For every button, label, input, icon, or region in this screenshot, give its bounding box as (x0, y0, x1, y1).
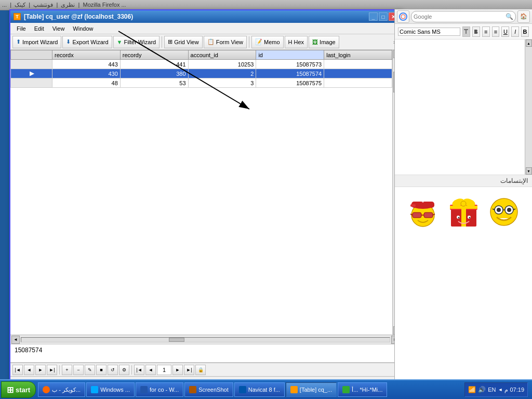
svg-point-22 (469, 217, 470, 218)
browser-search-container[interactable]: 🔍 (411, 11, 516, 22)
taskbar-item-windows[interactable]: Windows ... (86, 382, 135, 397)
nav-record-next-button[interactable]: ► (172, 365, 183, 375)
nav-prev-button[interactable]: ◄ (24, 365, 34, 375)
navicat-taskbar-icon (239, 386, 246, 393)
emoji-gift[interactable] (445, 191, 482, 228)
row-3-account-id[interactable]: 3 (188, 78, 256, 88)
font-size-button[interactable] (462, 26, 470, 37)
sidebar-text-content[interactable] (395, 39, 525, 175)
navicat-title-icon: T (14, 13, 21, 20)
svg-rect-4 (424, 212, 433, 218)
table-row[interactable]: 443 441 10253 15087573 (11, 60, 392, 69)
align-center-button[interactable]: ≡ (492, 26, 500, 37)
underline-sidebar-button[interactable]: U (501, 26, 509, 37)
svg-point-1 (400, 13, 407, 20)
menu-window[interactable]: Window (69, 24, 97, 33)
import-wizard-button[interactable]: ⬆ Import Wizard (12, 36, 61, 48)
menu-bar: File Edit View Window (10, 23, 401, 34)
taskbar-item-table[interactable]: [Table] cq_... (286, 382, 337, 397)
minimize-button[interactable]: _ (369, 12, 378, 21)
row-1-last-login[interactable] (324, 60, 392, 69)
nav-play-button[interactable]: ► (35, 365, 46, 375)
nav-record-last-button[interactable]: ►| (184, 365, 194, 375)
col-id: id (256, 50, 324, 60)
tray-arrow[interactable]: ◄ (498, 387, 502, 392)
menu-edit[interactable]: Edit (30, 24, 48, 33)
emoji-glasses-smiley[interactable] (486, 191, 522, 228)
memo-icon: 📝 (255, 38, 262, 45)
word-icon (140, 386, 148, 393)
emoji-cool-guy[interactable] (405, 191, 441, 228)
font-bold-sidebar-button[interactable] (472, 26, 480, 37)
nav-config-button[interactable]: ⚙ (119, 365, 129, 375)
sidebar-scroll-down[interactable]: ▼ (526, 167, 532, 175)
taskbar-item-firefox[interactable]: كويكر - ب... (38, 382, 85, 397)
image-button[interactable]: 🖼 Image (309, 36, 339, 48)
row-2-last-login[interactable] (324, 69, 392, 78)
italic-sidebar-button[interactable]: I (511, 26, 519, 37)
table-container: recordx recordy account_id id last_login (10, 50, 401, 344)
nav-delete-button[interactable]: − (73, 365, 84, 375)
nav-record-first-button[interactable]: |◄ (134, 365, 144, 375)
table-row[interactable]: ▶ 430 380 2 15087574 (11, 69, 392, 78)
filter-wizard-button[interactable]: ▼ Filter Wizard (113, 36, 160, 48)
form-view-button[interactable]: 📋 Form View (204, 36, 247, 48)
taskbar-item-navicat[interactable]: Navicat 8 f... (234, 382, 285, 397)
row-1-id[interactable]: 15087573 (256, 60, 324, 69)
h-scroll-left-button[interactable]: ◄ (11, 336, 20, 344)
search-icon: 🔍 (506, 13, 513, 20)
table-row[interactable]: 48 53 3 15087575 (11, 78, 392, 88)
memo-button[interactable]: 📝 Memo (251, 36, 284, 48)
font-name-input[interactable] (398, 28, 460, 36)
taskbar-item-screenshot[interactable]: ScreenShot (184, 382, 233, 397)
align-left-button[interactable]: ≡ (482, 26, 490, 37)
row-2-id[interactable]: 15087574 (256, 69, 324, 78)
sidebar-v-scrollbar[interactable]: ▲ ▼ (525, 39, 532, 175)
horizontal-scrollbar[interactable]: ◄ ► (10, 335, 401, 344)
taskbar-right: 📶 🔊 EN ◄ 07:19 م (461, 382, 531, 397)
grid-view-button[interactable]: ⊞ Grid View (164, 36, 202, 48)
nav-record-prev-button[interactable]: ◄ (145, 365, 156, 375)
nav-refresh-button[interactable]: ↺ (108, 365, 118, 375)
browser-search-input[interactable] (414, 14, 506, 20)
taskbar: ⊞ start كويكر - ب... Windows ... for co … (0, 379, 532, 399)
maximize-button[interactable]: □ (379, 12, 388, 21)
taskbar-item-chat[interactable]: أ... *Hí-*Mi... (338, 382, 387, 397)
nav-last-button[interactable]: ►| (47, 365, 57, 375)
browser-sidebar-toolbar: 🔍 🏠 (395, 9, 532, 24)
row-1-indicator (11, 60, 52, 69)
taskbar-item-word[interactable]: for co - W... (136, 382, 183, 397)
row-3-recordy[interactable]: 53 (120, 78, 188, 88)
hex-button[interactable]: H Hex (285, 36, 308, 48)
bottom-toolbar: |◄ ◄ ► ►| + − ✎ ■ ↺ ⚙ |◄ ◄ 1 ► ►| 🔒 (10, 363, 401, 376)
nav-add-button[interactable]: + (62, 365, 72, 375)
value-display: 15087574 (10, 344, 401, 363)
sidebar-scroll-up[interactable]: ▲ (526, 39, 532, 47)
row-2-account-id[interactable]: 2 (188, 69, 256, 78)
sidebar-google-logo[interactable] (397, 10, 409, 23)
navicat-title-text: [Table] cq_user @zf (localhost_3306) (24, 13, 133, 20)
bold-sidebar-button[interactable]: B (521, 26, 529, 37)
row-2-recordx[interactable]: 430 (52, 69, 121, 78)
nav-first-button[interactable]: |◄ (12, 365, 23, 375)
menu-view[interactable]: View (48, 24, 69, 33)
browser-home-button[interactable]: 🏠 (517, 10, 530, 23)
row-3-id[interactable]: 15087575 (256, 78, 324, 88)
row-1-recordy[interactable]: 441 (120, 60, 188, 69)
col-recordy: recordy (120, 50, 188, 60)
row-2-recordy[interactable]: 380 (120, 69, 188, 78)
menu-file[interactable]: File (12, 24, 30, 33)
nav-edit-button[interactable]: ✎ (85, 365, 95, 375)
row-3-recordx[interactable]: 48 (52, 78, 121, 88)
h-scroll-thumb[interactable] (169, 338, 184, 342)
row-3-last-login[interactable] (324, 78, 392, 88)
start-button[interactable]: ⊞ start (1, 381, 36, 398)
export-wizard-button[interactable]: ⬇ Export Wizard (62, 36, 112, 48)
browser-sidebar: 🔍 🏠 ≡ ≡ U I B ▲ (394, 9, 532, 389)
language-indicator[interactable]: EN (488, 387, 496, 393)
row-1-recordx[interactable]: 443 (52, 60, 121, 69)
nav-stop-button[interactable]: ■ (96, 365, 107, 375)
h-scroll-track[interactable] (21, 337, 390, 342)
row-1-account-id[interactable]: 10253 (188, 60, 256, 69)
nav-lock-button[interactable]: 🔒 (195, 365, 206, 375)
